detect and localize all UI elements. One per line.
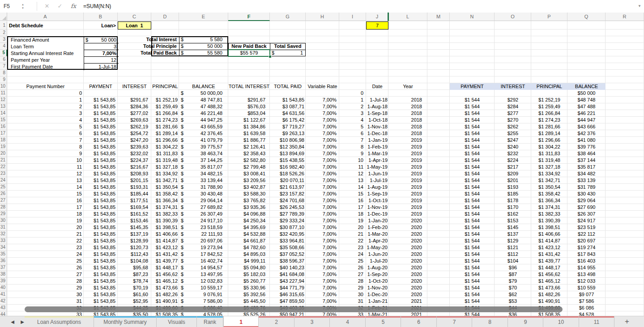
cell-D25[interactable]: $1 350,54: [151, 184, 178, 191]
cell-J27[interactable]: 1-Oct-19: [366, 197, 388, 204]
cell-A16[interactable]: 5: [7, 123, 82, 130]
cell-D16[interactable]: $1 281,66: [151, 123, 178, 130]
cell-O19[interactable]: $240: [495, 144, 531, 150]
enter-icon[interactable]: ✓: [55, 0, 64, 13]
cell-L38[interactable]: 2020: [388, 271, 422, 278]
cell-E19[interactable]: 39 775,57: [179, 144, 222, 150]
cell-J18[interactable]: 1-Jan-19: [366, 137, 388, 144]
cell-D27[interactable]: $1 366,34: [151, 197, 178, 204]
cell-H39[interactable]: 7,00%: [306, 278, 337, 285]
cell-L35[interactable]: 2020: [388, 251, 422, 258]
cell-A32[interactable]: 21: [7, 231, 82, 238]
cell-A24[interactable]: 13: [7, 177, 82, 184]
cell-I21[interactable]: 10: [339, 157, 363, 164]
cell-L26[interactable]: 2019: [388, 191, 422, 197]
sheet-tab-2[interactable]: 2: [259, 316, 294, 327]
cell-O25[interactable]: $193: [495, 184, 531, 191]
cell-C31[interactable]: $145,35: [118, 224, 148, 231]
row-header-19[interactable]: 19: [0, 144, 7, 150]
row-header-37[interactable]: 37: [0, 264, 7, 271]
cell-A26[interactable]: 15: [7, 191, 82, 197]
cell-H37[interactable]: 7,00%: [306, 264, 337, 271]
cell-D24[interactable]: $1 342,71: [151, 177, 178, 184]
row-header-38[interactable]: 38: [0, 271, 7, 278]
row-header-20[interactable]: 20: [0, 150, 7, 157]
cell-G30[interactable]: $29 333,24: [270, 217, 304, 224]
cell-J28[interactable]: 1-Nov-19: [366, 204, 388, 211]
row-header-41[interactable]: 41: [0, 291, 7, 298]
cell-H33[interactable]: 7,00%: [306, 238, 337, 244]
row-header-9[interactable]: 9: [0, 76, 7, 83]
row-header-42[interactable]: 42: [0, 298, 7, 305]
cell-I31[interactable]: 20: [339, 224, 363, 231]
cell-A30[interactable]: 19: [7, 217, 82, 224]
cell-B14[interactable]: $1 543,85: [84, 110, 115, 117]
cell-J33[interactable]: 1-Apr-20: [366, 238, 388, 244]
cell-E41[interactable]: 9 076,91: [179, 291, 222, 298]
cell-L20[interactable]: 2019: [388, 150, 422, 157]
cell-N12[interactable]: $1 544: [450, 97, 495, 103]
cell-O39[interactable]: $79: [495, 278, 531, 285]
column-header-L[interactable]: L: [388, 13, 427, 21]
cell-F12[interactable]: $291,67: [228, 97, 265, 103]
cell-J23[interactable]: 1-Jun-19: [366, 170, 388, 177]
cell-Q26[interactable]: $30 430: [567, 191, 606, 197]
cell-G24[interactable]: $20 070,11: [270, 177, 304, 184]
cell-J31[interactable]: 1-Feb-20: [366, 224, 388, 231]
cell-F39[interactable]: $5 260,77: [228, 278, 265, 285]
cell-P22[interactable]: $1 327,18: [531, 164, 567, 170]
cell-B29[interactable]: $1 543,85: [84, 211, 115, 217]
cell-G26[interactable]: $23 157,82: [270, 191, 304, 197]
cell-H19[interactable]: 7,00%: [306, 144, 337, 150]
cell-E14[interactable]: 46 221,48: [179, 110, 222, 117]
cell-Q41[interactable]: $9 077: [567, 291, 606, 298]
column-header-I[interactable]: I: [339, 13, 366, 21]
loan-name-cell[interactable]: Loan 1: [118, 21, 151, 30]
cell-N35[interactable]: $1 544: [450, 251, 495, 258]
row-header-21[interactable]: 21: [0, 157, 7, 164]
cell-D38[interactable]: $1 456,62: [151, 271, 178, 278]
cell-F16[interactable]: $1 384,86: [228, 123, 265, 130]
cell-F15[interactable]: $1 122,67: [228, 117, 265, 123]
cell-Q34[interactable]: $19 274: [567, 244, 606, 251]
cell-C39[interactable]: $78,74: [118, 278, 148, 285]
cell-A40[interactable]: 29: [7, 285, 82, 291]
cell-O29[interactable]: $162: [495, 211, 531, 217]
cell-O30[interactable]: $153: [495, 217, 531, 224]
cell-E39[interactable]: 12 032,83: [179, 278, 222, 285]
column-header-O[interactable]: O: [495, 13, 531, 21]
cell-O24[interactable]: $201: [495, 177, 531, 184]
cell-N38[interactable]: $1 544: [450, 271, 495, 278]
row-header-5[interactable]: 5: [0, 50, 7, 56]
sheet-tab-7[interactable]: 7: [437, 316, 472, 327]
cell-H34[interactable]: 7,00%: [306, 244, 337, 251]
cell-F28[interactable]: $3 935,36: [228, 204, 265, 211]
cell-D17[interactable]: $1 289,14: [151, 130, 178, 137]
cell-H40[interactable]: 7,00%: [306, 285, 337, 291]
cell-N27[interactable]: $1 544: [450, 197, 495, 204]
cell-Q25[interactable]: $31 789: [567, 184, 606, 191]
row-header-31[interactable]: 31: [0, 224, 7, 231]
cell-G22[interactable]: $16 982,40: [270, 164, 304, 170]
cell-E20[interactable]: 38 463,74: [179, 150, 222, 157]
cell-A33[interactable]: 22: [7, 238, 82, 244]
cell-L32[interactable]: 2020: [388, 231, 422, 238]
cell-D33[interactable]: $1 414,87: [151, 238, 178, 244]
sheet-tab-11[interactable]: 11: [579, 316, 614, 327]
cell-H12[interactable]: 7,00%: [306, 97, 337, 103]
cell-P27[interactable]: $1 366,34: [531, 197, 567, 204]
fx-icon[interactable]: fx: [69, 0, 78, 13]
cell-G31[interactable]: $30 877,10: [270, 224, 304, 231]
table-header-j-date[interactable]: Date: [366, 83, 388, 90]
row-header-39[interactable]: 39: [0, 278, 7, 285]
row-header-12[interactable]: 12: [0, 97, 7, 103]
row-header-26[interactable]: 26: [0, 191, 7, 197]
cell-P29[interactable]: $1 382,33: [531, 211, 567, 217]
cell-P18[interactable]: $1 296,66: [531, 137, 567, 144]
cell-N40[interactable]: $1 544: [450, 285, 495, 291]
cell-O26[interactable]: $185: [495, 191, 531, 197]
cell-G18[interactable]: $10 806,98: [270, 137, 304, 144]
cell-D21[interactable]: $1 319,48: [151, 157, 178, 164]
cell-N16[interactable]: $1 544: [450, 123, 495, 130]
cell-D36[interactable]: $1 439,77: [151, 258, 178, 264]
